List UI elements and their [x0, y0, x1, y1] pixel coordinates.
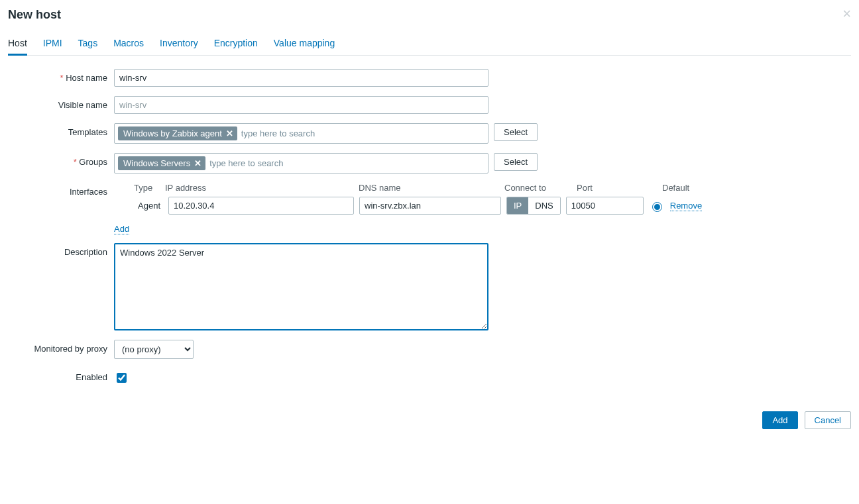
groups-multiselect[interactable]: Windows Servers ✕	[114, 153, 488, 174]
interface-port-input[interactable]	[566, 197, 644, 215]
interfaces-header: Type IP address DNS name Connect to Port…	[114, 183, 851, 193]
page-title: New host	[8, 8, 851, 22]
label-templates: Templates	[8, 123, 114, 137]
col-connect: Connect to	[504, 183, 577, 193]
tab-host[interactable]: Host	[8, 34, 27, 55]
label-visible-name: Visible name	[8, 96, 114, 110]
interface-default-radio[interactable]	[652, 202, 662, 212]
connect-to-segment: IP DNS	[506, 197, 561, 215]
template-tag[interactable]: Windows by Zabbix agent ✕	[118, 126, 237, 140]
label-groups: Groups	[8, 153, 114, 167]
templates-search-input[interactable]	[240, 126, 485, 141]
interface-dns-input[interactable]	[359, 197, 501, 215]
label-proxy: Monitored by proxy	[8, 340, 114, 354]
enabled-checkbox[interactable]	[117, 373, 127, 383]
tabs: Host IPMI Tags Macros Inventory Encrypti…	[8, 34, 851, 56]
groups-select-button[interactable]: Select	[494, 153, 538, 171]
proxy-select[interactable]: (no proxy)	[114, 340, 194, 359]
close-icon[interactable]: ×	[842, 5, 851, 23]
tab-macros[interactable]: Macros	[113, 34, 144, 55]
connect-ip-option[interactable]: IP	[507, 197, 528, 214]
col-default: Default	[662, 183, 702, 193]
interface-remove-link[interactable]: Remove	[670, 201, 702, 211]
tab-inventory[interactable]: Inventory	[160, 34, 198, 55]
interface-type: Agent	[134, 201, 163, 211]
cancel-button[interactable]: Cancel	[805, 411, 851, 429]
group-tag-label: Windows Servers	[123, 158, 190, 168]
group-tag[interactable]: Windows Servers ✕	[118, 156, 205, 170]
tab-tags[interactable]: Tags	[78, 34, 98, 55]
templates-select-button[interactable]: Select	[494, 123, 538, 141]
groups-search-input[interactable]	[208, 156, 485, 171]
connect-dns-option[interactable]: DNS	[528, 197, 559, 214]
col-ip: IP address	[165, 183, 359, 193]
remove-group-icon[interactable]: ✕	[194, 158, 201, 168]
label-enabled: Enabled	[8, 368, 114, 382]
host-name-input[interactable]	[114, 69, 488, 87]
label-host-name: Host name	[8, 69, 114, 83]
remove-template-icon[interactable]: ✕	[226, 128, 233, 138]
col-dns: DNS name	[359, 183, 504, 193]
interface-row: Agent IP DNS Remove	[114, 197, 851, 215]
template-tag-label: Windows by Zabbix agent	[123, 128, 222, 138]
interface-add-link[interactable]: Add	[114, 224, 129, 234]
label-description: Description	[8, 243, 114, 257]
add-button[interactable]: Add	[762, 411, 797, 429]
col-port: Port	[577, 183, 662, 193]
label-interfaces: Interfaces	[8, 183, 114, 197]
tab-value-mapping[interactable]: Value mapping	[274, 34, 335, 55]
description-textarea[interactable]: Windows 2022 Server	[114, 243, 488, 330]
col-type: Type	[134, 183, 165, 193]
interface-ip-input[interactable]	[168, 197, 354, 215]
visible-name-input[interactable]	[114, 96, 488, 114]
tab-encryption[interactable]: Encryption	[214, 34, 258, 55]
tab-ipmi[interactable]: IPMI	[43, 34, 62, 55]
templates-multiselect[interactable]: Windows by Zabbix agent ✕	[114, 123, 488, 144]
